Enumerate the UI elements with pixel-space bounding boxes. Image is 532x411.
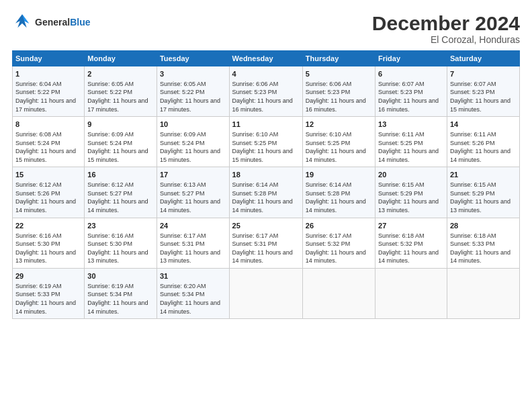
day-number: 8 [15, 120, 81, 130]
calendar-week-row: 8Sunrise: 6:08 AMSunset: 5:24 PMDaylight… [13, 117, 520, 167]
day-info: Sunrise: 6:12 AMSunset: 5:27 PMDaylight:… [87, 181, 154, 214]
table-row: 13Sunrise: 6:11 AMSunset: 5:25 PMDayligh… [375, 117, 447, 167]
day-info: Sunrise: 6:09 AMSunset: 5:24 PMDaylight:… [87, 130, 154, 164]
page: GeneralBlue December 2024 El Corozal, Ho… [0, 0, 532, 411]
table-row: 31Sunrise: 6:20 AMSunset: 5:34 PMDayligh… [157, 268, 229, 318]
day-number: 30 [87, 271, 154, 281]
day-info: Sunrise: 6:06 AMSunset: 5:23 PMDaylight:… [232, 80, 300, 113]
day-number: 11 [232, 120, 300, 130]
day-info: Sunrise: 6:05 AMSunset: 5:22 PMDaylight:… [160, 80, 226, 113]
table-row: 22Sunrise: 6:16 AMSunset: 5:30 PMDayligh… [13, 218, 85, 268]
day-number: 23 [87, 221, 154, 231]
day-number: 15 [15, 170, 81, 180]
day-number: 17 [160, 170, 226, 180]
day-info: Sunrise: 6:08 AMSunset: 5:24 PMDaylight:… [15, 130, 81, 164]
calendar-header-row: Sunday Monday Tuesday Wednesday Thursday… [13, 51, 520, 66]
day-info: Sunrise: 6:11 AMSunset: 5:26 PMDaylight:… [450, 130, 517, 164]
logo-text: GeneralBlue [35, 17, 90, 28]
header-thursday: Thursday [302, 51, 375, 66]
table-row: 23Sunrise: 6:16 AMSunset: 5:30 PMDayligh… [85, 218, 157, 268]
day-info: Sunrise: 6:13 AMSunset: 5:27 PMDaylight:… [160, 181, 226, 214]
calendar-week-row: 15Sunrise: 6:12 AMSunset: 5:26 PMDayligh… [13, 167, 520, 218]
day-info: Sunrise: 6:06 AMSunset: 5:23 PMDaylight:… [306, 80, 372, 113]
day-number: 28 [450, 221, 517, 231]
table-row: 18Sunrise: 6:14 AMSunset: 5:28 PMDayligh… [229, 167, 302, 218]
day-number: 10 [160, 120, 226, 130]
day-info: Sunrise: 6:07 AMSunset: 5:23 PMDaylight:… [450, 80, 517, 113]
header-friday: Friday [375, 51, 447, 66]
day-number: 27 [378, 221, 444, 231]
day-info: Sunrise: 6:04 AMSunset: 5:22 PMDaylight:… [15, 80, 81, 113]
table-row: 19Sunrise: 6:14 AMSunset: 5:28 PMDayligh… [302, 167, 375, 218]
header-tuesday: Tuesday [157, 51, 229, 66]
day-info: Sunrise: 6:15 AMSunset: 5:29 PMDaylight:… [378, 181, 444, 214]
header-saturday: Saturday [447, 51, 519, 66]
day-number: 6 [378, 69, 444, 79]
header-sunday: Sunday [13, 51, 85, 66]
day-number: 26 [306, 221, 372, 231]
day-number: 7 [450, 69, 517, 79]
day-number: 31 [160, 271, 226, 281]
calendar-week-row: 22Sunrise: 6:16 AMSunset: 5:30 PMDayligh… [13, 218, 520, 268]
table-row: 26Sunrise: 6:17 AMSunset: 5:32 PMDayligh… [302, 218, 375, 268]
table-row [447, 268, 519, 318]
day-info: Sunrise: 6:16 AMSunset: 5:30 PMDaylight:… [87, 232, 154, 265]
day-info: Sunrise: 6:07 AMSunset: 5:23 PMDaylight:… [378, 80, 444, 113]
table-row [302, 268, 375, 318]
table-row: 11Sunrise: 6:10 AMSunset: 5:25 PMDayligh… [229, 117, 302, 167]
table-row: 24Sunrise: 6:17 AMSunset: 5:31 PMDayligh… [157, 218, 229, 268]
day-info: Sunrise: 6:15 AMSunset: 5:29 PMDaylight:… [450, 181, 517, 214]
table-row: 15Sunrise: 6:12 AMSunset: 5:26 PMDayligh… [13, 167, 85, 218]
header-wednesday: Wednesday [229, 51, 302, 66]
day-info: Sunrise: 6:09 AMSunset: 5:24 PMDaylight:… [160, 130, 226, 164]
day-info: Sunrise: 6:17 AMSunset: 5:32 PMDaylight:… [306, 232, 372, 265]
table-row: 17Sunrise: 6:13 AMSunset: 5:27 PMDayligh… [157, 167, 229, 218]
table-row: 29Sunrise: 6:19 AMSunset: 5:33 PMDayligh… [13, 268, 85, 318]
table-row: 28Sunrise: 6:18 AMSunset: 5:33 PMDayligh… [447, 218, 519, 268]
day-number: 3 [160, 69, 226, 79]
table-row: 6Sunrise: 6:07 AMSunset: 5:23 PMDaylight… [375, 66, 447, 117]
header-monday: Monday [85, 51, 157, 66]
day-info: Sunrise: 6:14 AMSunset: 5:28 PMDaylight:… [306, 181, 372, 214]
table-row [375, 268, 447, 318]
day-number: 21 [450, 170, 517, 180]
header: GeneralBlue December 2024 El Corozal, Ho… [12, 12, 520, 45]
table-row: 14Sunrise: 6:11 AMSunset: 5:26 PMDayligh… [447, 117, 519, 167]
day-number: 14 [450, 120, 517, 130]
day-number: 24 [160, 221, 226, 231]
day-number: 13 [378, 120, 444, 130]
day-info: Sunrise: 6:19 AMSunset: 5:33 PMDaylight:… [15, 282, 81, 316]
title-block: December 2024 El Corozal, Honduras [372, 12, 520, 45]
day-info: Sunrise: 6:14 AMSunset: 5:28 PMDaylight:… [232, 181, 300, 214]
table-row: 25Sunrise: 6:17 AMSunset: 5:31 PMDayligh… [229, 218, 302, 268]
table-row [229, 268, 302, 318]
day-info: Sunrise: 6:17 AMSunset: 5:31 PMDaylight:… [160, 232, 226, 265]
location-subtitle: El Corozal, Honduras [372, 34, 520, 45]
table-row: 21Sunrise: 6:15 AMSunset: 5:29 PMDayligh… [447, 167, 519, 218]
day-info: Sunrise: 6:05 AMSunset: 5:22 PMDaylight:… [87, 80, 154, 113]
calendar-week-row: 1Sunrise: 6:04 AMSunset: 5:22 PMDaylight… [13, 66, 520, 117]
table-row: 20Sunrise: 6:15 AMSunset: 5:29 PMDayligh… [375, 167, 447, 218]
day-number: 20 [378, 170, 444, 180]
day-number: 2 [87, 69, 154, 79]
table-row: 5Sunrise: 6:06 AMSunset: 5:23 PMDaylight… [302, 66, 375, 117]
table-row: 9Sunrise: 6:09 AMSunset: 5:24 PMDaylight… [85, 117, 157, 167]
day-number: 4 [232, 69, 300, 79]
table-row: 30Sunrise: 6:19 AMSunset: 5:34 PMDayligh… [85, 268, 157, 318]
day-info: Sunrise: 6:17 AMSunset: 5:31 PMDaylight:… [232, 232, 300, 265]
day-number: 5 [306, 69, 372, 79]
day-info: Sunrise: 6:19 AMSunset: 5:34 PMDaylight:… [87, 282, 154, 316]
table-row: 27Sunrise: 6:18 AMSunset: 5:32 PMDayligh… [375, 218, 447, 268]
table-row: 10Sunrise: 6:09 AMSunset: 5:24 PMDayligh… [157, 117, 229, 167]
table-row: 4Sunrise: 6:06 AMSunset: 5:23 PMDaylight… [229, 66, 302, 117]
table-row: 16Sunrise: 6:12 AMSunset: 5:27 PMDayligh… [85, 167, 157, 218]
table-row: 3Sunrise: 6:05 AMSunset: 5:22 PMDaylight… [157, 66, 229, 117]
day-number: 12 [306, 120, 372, 130]
logo: GeneralBlue [12, 12, 90, 32]
day-info: Sunrise: 6:18 AMSunset: 5:33 PMDaylight:… [450, 232, 517, 265]
table-row: 7Sunrise: 6:07 AMSunset: 5:23 PMDaylight… [447, 66, 519, 117]
table-row: 1Sunrise: 6:04 AMSunset: 5:22 PMDaylight… [13, 66, 85, 117]
calendar-table: Sunday Monday Tuesday Wednesday Thursday… [12, 50, 520, 319]
day-number: 22 [15, 221, 81, 231]
day-number: 25 [232, 221, 300, 231]
